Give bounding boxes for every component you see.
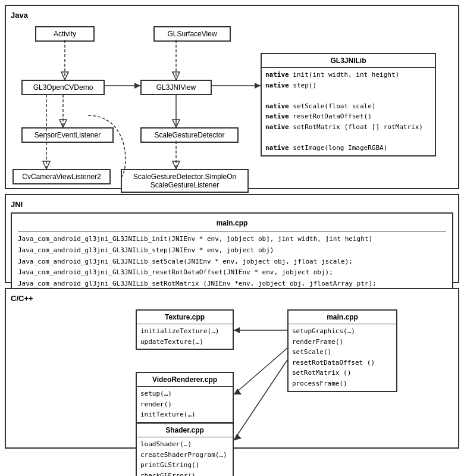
videorenderer-body: setup(…) render() initTexture(…) — [137, 386, 233, 422]
svg-marker-1 — [61, 72, 68, 80]
cpp-label: C/C++ — [11, 294, 453, 303]
glsurfaceview-title: GLSurfaceView — [155, 27, 230, 40]
videorenderer-title: VideoRenderer.cpp — [137, 373, 233, 386]
cpp-main-box: main.cpp setupGraphics(…) renderFrame() … — [287, 309, 397, 392]
jni-line-4: Java_com_android_gl3jni_GL3JNILib_resetR… — [18, 267, 446, 278]
jni-line-3: Java_com_android_gl3jni_GL3JNILib_setSca… — [18, 256, 446, 268]
jni-diagram: main.cpp Java_com_android_gl3jni_GL3JNIL… — [11, 212, 453, 293]
gl3opencvdemo-box: GL3OpenCVDemo — [21, 80, 105, 95]
sensoreventlistener-box: SensorEventListener — [21, 127, 114, 143]
gl3jnilib-title: GL3JNILib — [262, 54, 435, 67]
sensoreventlistener-title: SensorEventListener — [23, 129, 112, 142]
svg-line-20 — [234, 360, 287, 440]
texture-title: Texture.cpp — [137, 311, 233, 324]
shader-title: Shader.cpp — [137, 424, 233, 437]
activity-title: Activity — [36, 27, 93, 40]
gl3opencvdemo-title: GL3OpenCVDemo — [23, 81, 104, 94]
activity-box: Activity — [35, 26, 95, 42]
jni-line-1: Java_com_android_gl3jni_GL3JNILib_init(J… — [18, 234, 446, 245]
shader-body: loadShader(…) createShaderProgram(…) pri… — [137, 437, 233, 476]
java-section: Java Activity GLSurfaceView GL3OpenCVDem… — [5, 5, 459, 189]
svg-marker-19 — [234, 389, 242, 394]
svg-marker-5 — [134, 83, 140, 89]
gl3jnilib-body: native init(int width, int height) nativ… — [262, 67, 435, 155]
java-diagram: Activity GLSurfaceView GL3OpenCVDemo GL3… — [11, 23, 453, 199]
scalegesturedetector-box: ScaleGestureDetector — [140, 127, 239, 143]
texture-box: Texture.cpp initializeTexture(…) updateT… — [136, 309, 234, 350]
svg-marker-17 — [234, 327, 240, 333]
jni-section: JNI main.cpp Java_com_android_gl3jni_GL3… — [5, 194, 459, 283]
svg-marker-21 — [234, 434, 242, 440]
svg-marker-9 — [59, 120, 67, 127]
jni-line-2: Java_com_android_gl3jni_GL3JNILib_step(J… — [18, 245, 446, 256]
cpp-main-body: setupGraphics(…) renderFrame() setScale(… — [289, 324, 396, 391]
gl3jniview-title: GL3JNIView — [142, 81, 211, 94]
cpp-diagram: Texture.cpp initializeTexture(…) updateT… — [11, 306, 453, 458]
videorenderer-box: VideoRenderer.cpp setup(…) render() init… — [136, 372, 234, 423]
svg-marker-7 — [255, 83, 261, 89]
cpp-main-title: main.cpp — [289, 311, 396, 324]
shader-box: Shader.cpp loadShader(…) createShaderPro… — [136, 422, 234, 476]
jni-label: JNI — [11, 200, 453, 209]
cpp-section: C/C++ Texture.cpp initializeTexture(…) u… — [5, 288, 459, 449]
jni-main-cpp-title: main.cpp — [18, 217, 446, 231]
cvcameraviewlistener2-title: CvCameraViewListener2 — [14, 170, 109, 183]
cvcameraviewlistener2-box: CvCameraViewListener2 — [12, 169, 111, 184]
scalegesturelistener-title: ScaleGestureDetector.SimpleOn ScaleGestu… — [122, 170, 247, 192]
svg-marker-13 — [43, 161, 50, 169]
java-label: Java — [11, 11, 453, 20]
scalegesturedetector-title: ScaleGestureDetector — [142, 129, 237, 142]
texture-body: initializeTexture(…) updateTexture(…) — [137, 324, 233, 349]
svg-line-18 — [234, 348, 287, 394]
glsurfaceview-box: GLSurfaceView — [153, 26, 231, 42]
svg-marker-3 — [173, 72, 180, 80]
gl3jnilib-box: GL3JNILib native init(int width, int hei… — [261, 53, 436, 156]
gl3jniview-box: GL3JNIView — [140, 80, 212, 95]
svg-marker-11 — [173, 120, 180, 127]
scalegesturelistener-box: ScaleGestureDetector.SimpleOn ScaleGestu… — [121, 169, 249, 193]
svg-marker-15 — [173, 161, 180, 169]
